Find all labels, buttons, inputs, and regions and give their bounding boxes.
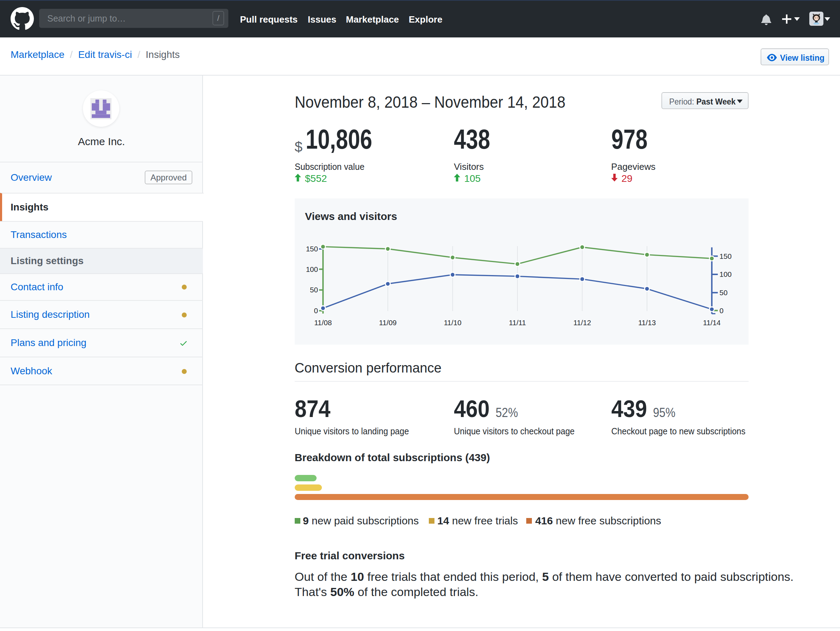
svg-text:100: 100 — [306, 265, 317, 273]
svg-text:11/13: 11/13 — [638, 318, 656, 327]
svg-text:11/11: 11/11 — [509, 318, 526, 327]
svg-text:11/09: 11/09 — [379, 318, 397, 327]
svg-text:11/08: 11/08 — [314, 318, 332, 327]
svg-text:11/12: 11/12 — [573, 318, 591, 327]
svg-text:11/14: 11/14 — [703, 318, 721, 327]
svg-text:0: 0 — [314, 307, 317, 315]
svg-text:50: 50 — [719, 288, 728, 297]
svg-text:150: 150 — [719, 252, 731, 260]
svg-text:11/10: 11/10 — [444, 318, 461, 327]
svg-text:100: 100 — [719, 270, 731, 278]
svg-text:0: 0 — [719, 307, 723, 315]
svg-text:150: 150 — [306, 245, 317, 253]
svg-text:50: 50 — [310, 286, 318, 294]
